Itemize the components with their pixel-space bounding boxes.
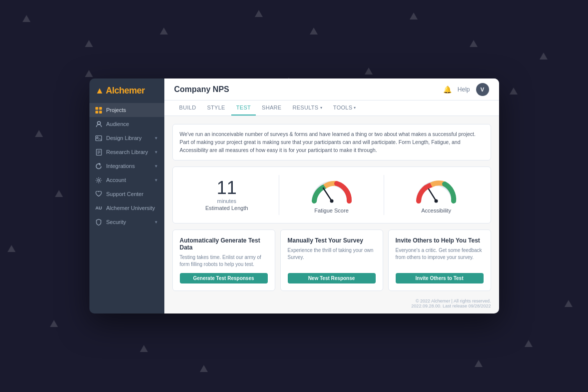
svg-line-14 bbox=[429, 189, 436, 201]
svg-rect-1 bbox=[99, 107, 102, 110]
sidebar-item-label: Alchemer University bbox=[106, 205, 155, 211]
metric-accessibility: Accessibility bbox=[390, 177, 483, 214]
sidebar-item-label: Integrations bbox=[106, 163, 135, 169]
header: Company NPS 🔔 Help V bbox=[164, 78, 499, 100]
sidebar-item-label: Audience bbox=[106, 121, 129, 127]
gear-icon bbox=[95, 176, 102, 184]
metric-unit: minutes bbox=[181, 198, 273, 204]
sidebar-logo: ▲ Alchemer bbox=[89, 78, 164, 103]
accessibility-gauge-svg bbox=[414, 177, 459, 204]
sidebar-item-projects[interactable]: Projects bbox=[89, 103, 164, 117]
sidebar-item-design-library[interactable]: Design Library ▼ bbox=[89, 131, 164, 145]
svg-point-11 bbox=[98, 179, 100, 181]
metric-sublabel: Estimated Length bbox=[181, 205, 273, 211]
dropdown-caret-icon: ▾ bbox=[354, 106, 356, 110]
metric-divider-2 bbox=[384, 175, 384, 215]
generate-test-responses-button[interactable]: Generate Test Responses bbox=[180, 273, 268, 284]
accessibility-label: Accessibility bbox=[421, 208, 451, 214]
chevron-icon: ▼ bbox=[154, 164, 158, 168]
sidebar-item-security[interactable]: Security ▼ bbox=[89, 215, 164, 229]
info-banner-text: We've run an inconceivable number of sur… bbox=[180, 131, 476, 153]
card-invite-others: Invite Others to Help You Test Everyone'… bbox=[388, 230, 491, 291]
card-title: Automatically Generate Test Data bbox=[180, 237, 268, 251]
chevron-icon: ▼ bbox=[154, 220, 158, 224]
footer-version: 2022.09.28.00. Last release 09/28/2022 bbox=[172, 304, 491, 308]
main-content: Company NPS 🔔 Help V BUILD STYLE TEST SH… bbox=[164, 78, 499, 314]
sidebar: ▲ Alchemer Projects Audien bbox=[89, 78, 164, 314]
metric-length: 11 minutes Estimated Length bbox=[181, 179, 273, 211]
nav-tabs: BUILD STYLE TEST SHARE RESULTS ▾ TOOLs ▾ bbox=[164, 100, 499, 116]
card-auto-generate: Automatically Generate Test Data Testing… bbox=[172, 230, 275, 291]
tab-test[interactable]: TEST bbox=[231, 100, 256, 116]
page-title: Company NPS bbox=[174, 85, 443, 94]
svg-rect-0 bbox=[95, 107, 98, 110]
heart-icon bbox=[95, 190, 102, 198]
invite-others-to-test-button[interactable]: Invite Others to Test bbox=[396, 273, 484, 284]
user-avatar[interactable]: V bbox=[476, 83, 489, 96]
fatigue-label: Fatigue Score bbox=[314, 208, 348, 214]
tab-results[interactable]: RESULTS ▾ bbox=[287, 100, 327, 116]
refresh-icon bbox=[95, 162, 102, 170]
info-banner: We've run an inconceivable number of sur… bbox=[172, 124, 491, 160]
svg-point-4 bbox=[97, 122, 100, 124]
fatigue-gauge-svg bbox=[309, 177, 354, 204]
tab-share[interactable]: SHARE bbox=[257, 100, 286, 116]
card-title: Manually Test Your Survey bbox=[288, 237, 376, 244]
sidebar-item-label: Design Library bbox=[106, 135, 142, 141]
sidebar-item-label: Account bbox=[106, 177, 126, 183]
svg-rect-3 bbox=[99, 110, 102, 114]
sidebar-item-research-library[interactable]: Research Library ▼ bbox=[89, 145, 164, 159]
metric-divider-1 bbox=[279, 175, 279, 215]
card-description: Testing takes time. Enlist our army of f… bbox=[180, 254, 268, 268]
sidebar-item-label: Projects bbox=[106, 107, 126, 113]
person-icon bbox=[95, 120, 102, 128]
tab-tools[interactable]: TOOLs ▾ bbox=[328, 100, 361, 116]
notification-bell-icon[interactable]: 🔔 bbox=[443, 86, 452, 94]
svg-line-12 bbox=[323, 188, 332, 201]
logo-icon: ▲ bbox=[95, 86, 106, 96]
sidebar-item-label: Research Library bbox=[106, 149, 148, 155]
sidebar-item-university[interactable]: AU Alchemer University bbox=[89, 201, 164, 215]
chevron-icon: ▼ bbox=[154, 178, 158, 182]
card-description: Everyone's a critic. Get some feedback f… bbox=[396, 247, 484, 268]
help-link[interactable]: Help bbox=[458, 86, 470, 93]
content-area: We've run an inconceivable number of sur… bbox=[164, 116, 499, 294]
footer-copyright: © 2022 Alchemer | All rights reserved. bbox=[172, 298, 491, 304]
shield-icon bbox=[95, 218, 102, 226]
metric-number: 11 bbox=[181, 179, 273, 197]
tab-build[interactable]: BUILD bbox=[174, 100, 201, 116]
card-title: Invite Others to Help You Test bbox=[396, 237, 484, 244]
action-cards: Automatically Generate Test Data Testing… bbox=[172, 230, 491, 291]
card-manual-test: Manually Test Your Survey Experience the… bbox=[280, 230, 383, 291]
metrics-panel: 11 minutes Estimated Length bbox=[172, 166, 491, 224]
card-description: Experience the thrill of taking your own… bbox=[288, 247, 376, 268]
header-actions: 🔔 Help V bbox=[443, 83, 489, 96]
sidebar-item-label: Support Center bbox=[106, 191, 144, 197]
university-icon: AU bbox=[95, 204, 102, 212]
svg-point-15 bbox=[435, 199, 438, 202]
footer: © 2022 Alchemer | All rights reserved. 2… bbox=[164, 294, 499, 314]
sidebar-item-support[interactable]: Support Center bbox=[89, 187, 164, 201]
metric-fatigue: Fatigue Score bbox=[285, 177, 378, 214]
book-icon bbox=[95, 148, 102, 156]
new-test-response-button[interactable]: New Test Response bbox=[288, 273, 376, 284]
sidebar-item-account[interactable]: Account ▼ bbox=[89, 173, 164, 187]
tab-style[interactable]: STYLE bbox=[202, 100, 230, 116]
chevron-icon: ▼ bbox=[154, 136, 158, 140]
sidebar-item-integrations[interactable]: Integrations ▼ bbox=[89, 159, 164, 173]
svg-point-13 bbox=[330, 199, 333, 202]
image-icon bbox=[95, 134, 102, 142]
main-window: ▲ Alchemer Projects Audien bbox=[89, 78, 499, 314]
dropdown-caret-icon: ▾ bbox=[320, 106, 322, 110]
chevron-icon: ▼ bbox=[154, 150, 158, 154]
grid-icon bbox=[95, 106, 102, 114]
sidebar-item-label: Security bbox=[106, 219, 126, 225]
sidebar-item-audience[interactable]: Audience bbox=[89, 117, 164, 131]
svg-rect-2 bbox=[95, 110, 98, 114]
